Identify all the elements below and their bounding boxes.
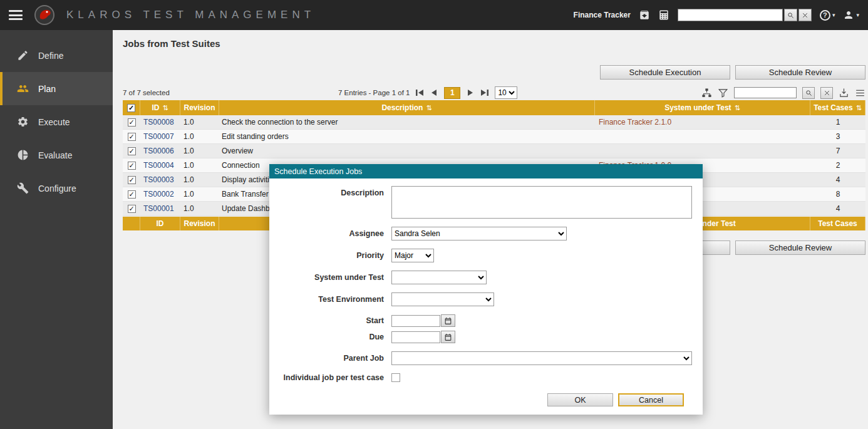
row-checkbox[interactable]: ✓: [128, 176, 136, 184]
close-icon: [824, 90, 830, 96]
sidebar-item-configure[interactable]: Configure: [0, 172, 113, 205]
schedule-execution-button[interactable]: Schedule Execution: [600, 65, 730, 80]
due-date-input[interactable]: [391, 331, 440, 343]
sort-icon: ⇅: [162, 104, 168, 112]
assignee-label: Assignee: [269, 229, 391, 238]
sidebar-item-plan[interactable]: Plan: [0, 72, 113, 105]
menu-icon[interactable]: [9, 10, 23, 20]
table-menu-icon[interactable]: [855, 88, 865, 98]
active-project-label: Finance Tracker: [574, 11, 631, 19]
header-system-under-test[interactable]: System under Test⇅: [595, 100, 810, 115]
sut-link[interactable]: Finance Tracker 2.1.0: [599, 118, 671, 127]
revision-cell: 1.0: [180, 158, 219, 172]
select-all-checkbox[interactable]: ✓: [127, 104, 135, 112]
sidebar-item-define[interactable]: Define: [0, 39, 113, 72]
assignee-select[interactable]: Sandra Selen: [391, 227, 567, 240]
archive-icon[interactable]: [639, 9, 650, 21]
last-page-icon[interactable]: [480, 89, 489, 96]
header-revision[interactable]: Revision: [180, 100, 219, 115]
ok-button[interactable]: OK: [547, 393, 613, 406]
revision-cell: 1.0: [180, 115, 219, 129]
row-checkbox[interactable]: ✓: [128, 147, 136, 155]
next-page-icon[interactable]: [466, 89, 475, 96]
test-suite-link[interactable]: TS00004: [143, 161, 174, 170]
table-row[interactable]: ✓ TS00007 1.0 Edit standing orders 3: [123, 130, 865, 144]
row-checkbox[interactable]: ✓: [128, 133, 136, 141]
current-page-button[interactable]: 1: [444, 87, 460, 99]
cancel-button[interactable]: Cancel: [618, 393, 684, 406]
sidebar-item-label: Configure: [38, 183, 76, 194]
due-label: Due: [269, 333, 391, 341]
row-checkbox[interactable]: ✓: [128, 118, 136, 127]
table-row[interactable]: ✓ TS00006 1.0 Overview 7: [123, 144, 865, 158]
calculator-icon[interactable]: [658, 9, 669, 21]
table-toolbar: 7 of 7 selected 7 Entries - Page 1 of 1 …: [123, 85, 865, 100]
header-test-cases[interactable]: Test Cases⇅: [810, 100, 865, 115]
pagination: 1: [415, 87, 489, 99]
gear-icon: [17, 116, 29, 128]
test-cases-cell: 3: [810, 130, 865, 143]
help-icon: ?: [820, 10, 830, 21]
sort-icon: ⇅: [856, 104, 862, 112]
global-search-clear-button[interactable]: [798, 9, 812, 21]
selected-count: 7 of 7 selected: [123, 89, 170, 96]
test-environment-select[interactable]: [391, 292, 494, 306]
start-calendar-button[interactable]: [441, 314, 455, 327]
test-cases-cell: 4: [810, 173, 865, 187]
parent-job-select[interactable]: [391, 351, 692, 365]
first-page-icon[interactable]: [415, 89, 424, 96]
schedule-review-button[interactable]: Schedule Review: [735, 65, 865, 80]
row-checkbox[interactable]: ✓: [128, 205, 136, 213]
sort-icon: ⇅: [426, 104, 431, 112]
sitemap-icon[interactable]: [701, 88, 712, 98]
row-checkbox[interactable]: ✓: [128, 162, 136, 170]
sidebar-item-evaluate[interactable]: Evaluate: [0, 138, 113, 172]
sidebar-item-execute[interactable]: Execute: [0, 105, 113, 138]
edit-icon: [17, 49, 29, 61]
system-under-test-select[interactable]: [391, 271, 487, 284]
table-filter-search-button[interactable]: [802, 87, 815, 99]
export-icon[interactable]: [839, 88, 849, 98]
previous-page-icon[interactable]: [430, 89, 438, 96]
page-size-select[interactable]: 10: [495, 86, 517, 99]
user-menu[interactable]: ▾: [843, 9, 859, 21]
schedule-review-button[interactable]: Schedule Review: [735, 240, 865, 255]
due-calendar-button[interactable]: [441, 331, 455, 343]
top-actions: Schedule Execution Schedule Review: [600, 65, 865, 80]
row-checkbox[interactable]: ✓: [128, 190, 136, 199]
description-label: Description: [269, 189, 391, 197]
priority-select[interactable]: Major: [391, 249, 434, 262]
global-search-input[interactable]: [678, 9, 783, 21]
header-description[interactable]: Description⇅: [219, 100, 595, 115]
individual-job-checkbox[interactable]: [391, 373, 400, 382]
chevron-down-icon: ▾: [856, 12, 859, 18]
start-date-input[interactable]: [391, 315, 440, 327]
table-filter-input[interactable]: [734, 87, 797, 98]
test-suite-link[interactable]: TS00008: [143, 118, 174, 127]
sidebar-item-label: Plan: [38, 84, 56, 94]
revision-cell: 1.0: [180, 144, 219, 158]
search-icon: [787, 12, 794, 19]
chevron-down-icon: ▾: [832, 12, 835, 18]
close-icon: [802, 12, 809, 19]
test-suite-link[interactable]: TS00007: [143, 132, 174, 141]
sidebar: Define Plan Execute Evaluate Configure: [0, 30, 113, 429]
table-row[interactable]: ✓ TS00008 1.0 Check the connection to th…: [123, 115, 865, 130]
test-cases-cell: 7: [810, 144, 865, 158]
start-label: Start: [269, 316, 391, 325]
header-id[interactable]: ID⇅: [140, 100, 180, 115]
test-suite-link[interactable]: TS00003: [143, 175, 174, 184]
wrench-icon: [17, 182, 29, 194]
sidebar-item-label: Execute: [38, 117, 70, 127]
parent-job-label: Parent Job: [269, 354, 391, 363]
global-search-button[interactable]: [784, 9, 797, 21]
system-under-test-label: System under Test: [269, 273, 391, 282]
test-suite-link[interactable]: TS00001: [143, 204, 174, 213]
description-textarea[interactable]: [391, 186, 692, 219]
priority-label: Priority: [269, 251, 391, 260]
test-suite-link[interactable]: TS00006: [143, 147, 174, 155]
test-suite-link[interactable]: TS00002: [143, 190, 174, 199]
help-menu[interactable]: ? ▾: [820, 10, 835, 21]
table-filter-clear-button[interactable]: [820, 87, 833, 99]
filter-icon[interactable]: [718, 88, 728, 98]
